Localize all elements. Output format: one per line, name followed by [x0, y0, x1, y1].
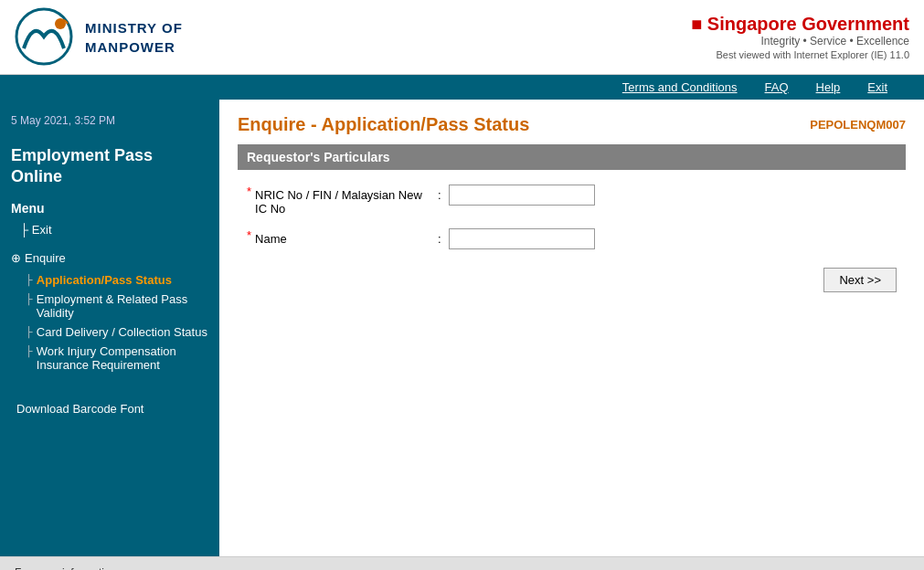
page-layout: 5 May 2021, 3:52 PM Employment Pass Onli… — [0, 100, 924, 556]
mom-logo-icon — [15, 7, 74, 67]
required-indicator-nric: * — [247, 185, 251, 198]
page-title: Enquire - Application/Pass Status — [238, 114, 529, 135]
sidebar-item-work-injury[interactable]: ├ Work Injury Compensation Insurance Req… — [0, 342, 219, 375]
main-content: Enquire - Application/Pass Status PEPOLE… — [219, 100, 924, 556]
sidebar: 5 May 2021, 3:52 PM Employment Pass Onli… — [0, 100, 219, 556]
sidebar-item-application-status[interactable]: ├ Application/Pass Status — [0, 270, 219, 290]
org-name: MINISTRY OF MANPOWER — [85, 18, 183, 57]
footer-info: For more information, you may refer to o… — [15, 565, 253, 570]
page-title-bar: Enquire - Application/Pass Status PEPOLE… — [238, 100, 906, 144]
page-header: MINISTRY OF MANPOWER ■ Singapore Governm… — [0, 0, 924, 75]
input-nric[interactable] — [449, 185, 595, 206]
sidebar-app-title: Employment Pass Online — [0, 132, 219, 194]
page-code: PEPOLENQM007 — [810, 118, 906, 132]
gov-branding: ■ Singapore Government Integrity • Servi… — [691, 14, 909, 60]
nav-faq[interactable]: FAQ — [765, 80, 789, 94]
sidebar-exit[interactable]: ├ Exit — [0, 219, 219, 240]
sidebar-item-employment-pass[interactable]: ├ Employment & Related Pass Validity — [0, 290, 219, 322]
gov-tagline: Integrity • Service • Excellence — [691, 35, 909, 48]
label-name: Name — [255, 228, 438, 246]
sg-lion-icon: ■ — [691, 14, 702, 34]
sidebar-datetime: 5 May 2021, 3:52 PM — [0, 109, 219, 132]
label-nric: NRIC No / FIN / Malaysian New IC No — [255, 185, 438, 216]
nav-exit[interactable]: Exit — [867, 80, 887, 94]
nav-help[interactable]: Help — [816, 80, 841, 94]
sidebar-download-barcode[interactable]: Download Barcode Font — [0, 393, 219, 419]
section-header: Requestor's Particulars — [238, 144, 906, 170]
sidebar-item-card-delivery[interactable]: ├ Card Delivery / Collection Status — [0, 322, 219, 342]
logo-area: MINISTRY OF MANPOWER — [15, 7, 183, 67]
sidebar-enquire-label: ⊕ Enquire — [0, 246, 219, 270]
sidebar-menu-label: Menu — [0, 194, 219, 219]
form-row-name: * Name : — [238, 228, 906, 249]
form-row-nric: * NRIC No / FIN / Malaysian New IC No : — [238, 185, 906, 216]
page-footer: For more information, you may refer to o… — [0, 556, 924, 570]
required-indicator-name: * — [247, 228, 251, 242]
ie-notice: Best viewed with Internet Explorer (IE) … — [691, 49, 909, 60]
next-button[interactable]: Next >> — [823, 268, 897, 292]
input-name[interactable] — [449, 228, 595, 249]
nav-terms[interactable]: Terms and Conditions — [622, 80, 738, 94]
top-navbar: Terms and Conditions FAQ Help Exit — [0, 75, 924, 100]
form-actions: Next >> — [238, 268, 906, 292]
